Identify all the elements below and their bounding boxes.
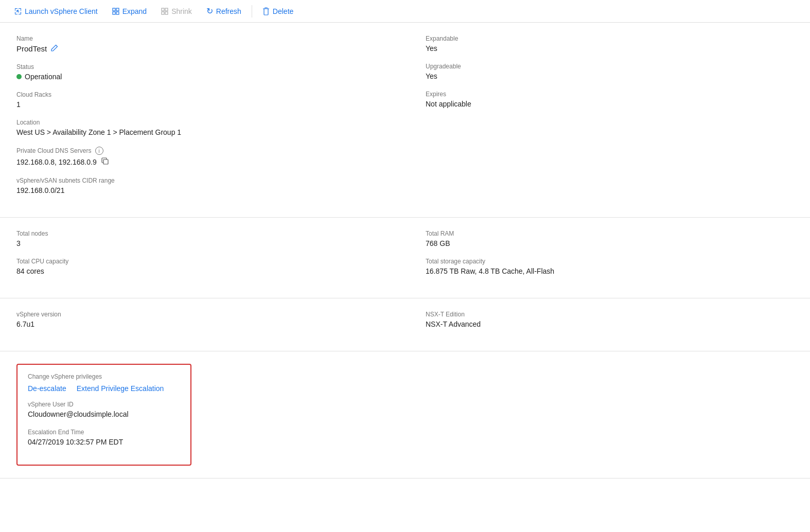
name-row: ProdTest	[16, 44, 384, 53]
software-right: NSX-T Edition NSX-T Advanced	[405, 311, 794, 339]
upgradeable-value: Yes	[426, 72, 794, 80]
cloud-racks-label: Cloud Racks	[16, 91, 384, 98]
dns-row: 192.168.0.8, 192.168.0.9	[16, 157, 384, 167]
total-ram-value: 768 GB	[426, 239, 794, 247]
extend-escalation-link[interactable]: Extend Privilege Escalation	[77, 384, 164, 393]
upgradeable-field: Upgradeable Yes	[426, 63, 794, 80]
total-ram-field: Total RAM 768 GB	[426, 230, 794, 247]
nsxt-field: NSX-T Edition NSX-T Advanced	[426, 311, 794, 328]
total-ram-label: Total RAM	[426, 230, 794, 237]
main-content: Name ProdTest Status Operatio	[0, 23, 810, 478]
capacity-left: Total nodes 3 Total CPU capacity 84 core…	[16, 230, 405, 286]
dns-label: Private Cloud DNS Servers i	[16, 147, 384, 155]
escalation-label: Escalation End Time	[28, 429, 180, 436]
svg-rect-4	[162, 8, 164, 11]
svg-rect-0	[113, 8, 115, 11]
total-nodes-value: 3	[16, 239, 384, 247]
location-value: West US > Availability Zone 1 > Placemen…	[16, 128, 384, 136]
cidr-label: vSphere/vSAN subnets CIDR range	[16, 177, 384, 184]
vsphere-version-field: vSphere version 6.7u1	[16, 311, 384, 328]
basic-info-grid: Name ProdTest Status Operatio	[16, 35, 794, 205]
name-field: Name ProdTest	[16, 35, 384, 53]
expires-label: Expires	[426, 91, 794, 98]
copy-dns-icon[interactable]	[101, 157, 109, 167]
total-storage-label: Total storage capacity	[426, 258, 794, 265]
total-nodes-label: Total nodes	[16, 230, 384, 237]
launch-label: Launch vSphere Client	[25, 7, 98, 15]
escalation-end-time-field: Escalation End Time 04/27/2019 10:32:57 …	[28, 429, 180, 446]
location-label: Location	[16, 119, 384, 126]
cidr-value: 192.168.0.0/21	[16, 186, 384, 194]
svg-rect-7	[165, 12, 168, 14]
svg-rect-5	[165, 8, 168, 11]
vsphere-version-value: 6.7u1	[16, 320, 384, 328]
expand-button[interactable]: Expand	[106, 4, 153, 19]
status-indicator	[16, 74, 22, 79]
delete-icon	[262, 7, 270, 15]
svg-rect-2	[113, 12, 115, 14]
privilege-title: Change vSphere privileges	[28, 373, 180, 380]
total-cpu-value: 84 cores	[16, 267, 384, 275]
privilege-links: De-escalate Extend Privilege Escalation	[28, 384, 180, 393]
dns-info-icon[interactable]: i	[95, 147, 103, 155]
svg-rect-8	[103, 159, 108, 164]
delete-label: Delete	[273, 7, 293, 15]
escalation-value: 04/27/2019 10:32:57 PM EDT	[28, 438, 180, 446]
upgradeable-label: Upgradeable	[426, 63, 794, 70]
dns-field: Private Cloud DNS Servers i 192.168.0.8,…	[16, 147, 384, 167]
launch-icon	[14, 8, 22, 15]
software-left: vSphere version 6.7u1	[16, 311, 405, 339]
total-storage-field: Total storage capacity 16.875 TB Raw, 4.…	[426, 258, 794, 275]
shrink-icon	[161, 8, 168, 15]
basic-info-section: Name ProdTest Status Operatio	[0, 23, 810, 218]
status-row: Operational	[16, 73, 384, 81]
software-section: vSphere version 6.7u1 NSX-T Edition NSX-…	[0, 298, 810, 351]
dns-label-text: Private Cloud DNS Servers	[16, 147, 91, 154]
toolbar-divider	[252, 5, 252, 17]
refresh-button[interactable]: ↻ Refresh	[200, 3, 248, 19]
dns-value: 192.168.0.8, 192.168.0.9	[16, 158, 97, 166]
total-nodes-field: Total nodes 3	[16, 230, 384, 247]
nsxt-value: NSX-T Advanced	[426, 320, 794, 328]
expires-field: Expires Not applicable	[426, 91, 794, 108]
total-cpu-label: Total CPU capacity	[16, 258, 384, 265]
privilege-box: Change vSphere privileges De-escalate Ex…	[16, 364, 191, 466]
deescalate-link[interactable]: De-escalate	[28, 384, 66, 393]
expand-icon	[112, 8, 119, 15]
status-value: Operational	[25, 73, 62, 81]
privileges-section: Change vSphere privileges De-escalate Ex…	[0, 351, 810, 478]
expandable-label: Expandable	[426, 35, 794, 42]
vsphere-user-id-field: vSphere User ID Cloudowner@cloudsimple.l…	[28, 401, 180, 418]
toolbar: Launch vSphere Client Expand Shrink ↻ Re…	[0, 0, 810, 23]
nsxt-label: NSX-T Edition	[426, 311, 794, 318]
cloud-racks-field: Cloud Racks 1	[16, 91, 384, 109]
expand-label: Expand	[122, 7, 147, 15]
shrink-button[interactable]: Shrink	[155, 4, 198, 19]
software-grid: vSphere version 6.7u1 NSX-T Edition NSX-…	[16, 311, 794, 339]
basic-info-right: Expandable Yes Upgradeable Yes Expires N…	[405, 35, 794, 205]
delete-button[interactable]: Delete	[256, 4, 300, 19]
expandable-value: Yes	[426, 44, 794, 52]
edit-name-icon[interactable]	[51, 44, 58, 53]
cloud-racks-value: 1	[16, 100, 384, 109]
name-value: ProdTest	[16, 44, 47, 53]
location-field: Location West US > Availability Zone 1 >…	[16, 119, 384, 136]
status-label: Status	[16, 63, 384, 70]
capacity-section: Total nodes 3 Total CPU capacity 84 core…	[0, 218, 810, 298]
capacity-grid: Total nodes 3 Total CPU capacity 84 core…	[16, 230, 794, 286]
refresh-icon: ↻	[206, 6, 213, 16]
expandable-field: Expandable Yes	[426, 35, 794, 52]
svg-rect-1	[116, 8, 119, 11]
launch-vsphere-button[interactable]: Launch vSphere Client	[8, 4, 104, 19]
basic-info-left: Name ProdTest Status Operatio	[16, 35, 405, 205]
cidr-field: vSphere/vSAN subnets CIDR range 192.168.…	[16, 177, 384, 194]
capacity-right: Total RAM 768 GB Total storage capacity …	[405, 230, 794, 286]
refresh-label: Refresh	[216, 7, 241, 15]
vsphere-user-id-label: vSphere User ID	[28, 401, 180, 408]
svg-rect-6	[162, 12, 164, 14]
vsphere-user-id-value: Cloudowner@cloudsimple.local	[28, 410, 180, 418]
vsphere-version-label: vSphere version	[16, 311, 384, 318]
expires-value: Not applicable	[426, 100, 794, 108]
name-label: Name	[16, 35, 384, 42]
status-field: Status Operational	[16, 63, 384, 81]
